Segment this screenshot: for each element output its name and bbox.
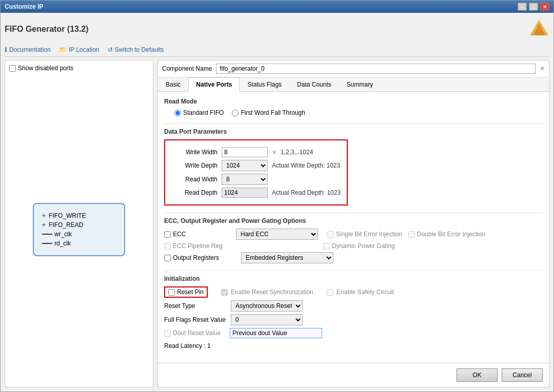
write-width-input[interactable] xyxy=(222,147,268,157)
switch-defaults-label: Switch to Defaults xyxy=(115,46,164,53)
dynamic-power-checkbox[interactable] xyxy=(323,243,330,250)
minimize-button[interactable]: – xyxy=(518,3,527,11)
divider-1 xyxy=(164,123,543,124)
data-port-box: Write Width ✕ 1,2,3,..1024 Write Depth 1… xyxy=(164,139,348,205)
tab-status-flags[interactable]: Status Flags xyxy=(240,77,289,92)
title-bar: Customize IP – □ ✕ xyxy=(1,1,553,13)
tab-content: Read Mode Standard FIFO First Word Fall … xyxy=(158,92,549,363)
init-row-1: Reset Pin Enable Reset Synchronization E… xyxy=(164,286,543,298)
embedded-registers-select[interactable]: Embedded Registers xyxy=(241,252,333,263)
double-bit-option: Double Bit Error Injection xyxy=(408,231,485,238)
read-depth-row: Read Depth Actual Read Depth: 1023 xyxy=(171,188,341,198)
single-bit-checkbox[interactable] xyxy=(327,231,334,238)
maximize-button[interactable]: □ xyxy=(529,3,538,11)
component-name-bar: Component Name ✕ xyxy=(158,60,549,77)
enable-reset-sync-wrapper: Enable Reset Synchronization xyxy=(221,288,313,296)
wr-clk-dash xyxy=(42,234,52,235)
ecc-pipeline-reg-label: ECC Pipeline Reg xyxy=(173,242,223,250)
divider-2 xyxy=(164,213,543,213)
tab-summary[interactable]: Summary xyxy=(339,77,381,92)
app-header: FIFO Generator (13.2) xyxy=(5,17,549,42)
read-width-label: Read Width xyxy=(171,176,217,183)
ecc-row-2: ECC Pipeline Reg Dynamic Power Gating xyxy=(164,242,543,250)
switch-defaults-button[interactable]: ↺ Switch to Defaults xyxy=(108,46,164,53)
output-registers-wrapper: Output Registers xyxy=(164,254,231,261)
tab-basic[interactable]: Basic xyxy=(158,77,188,92)
component-name-input[interactable] xyxy=(216,64,536,74)
ecc-right-options: Single Bit Error Injection Double Bit Er… xyxy=(327,231,485,238)
dout-reset-wrapper: Dout Reset Value xyxy=(164,329,221,337)
main-window: Customize IP – □ ✕ FIFO Generator (13.2)… xyxy=(0,0,554,392)
ecc-checkbox[interactable] xyxy=(164,231,171,238)
ip-location-button[interactable]: 📁 IP Location xyxy=(59,46,100,53)
ecc-row-1: ECC Hard ECC Single Bit Error Injection xyxy=(164,229,543,240)
enable-safety-wrapper: Enable Safety Circuit xyxy=(327,288,394,296)
write-depth-hint: Actual Write Depth: 1023 xyxy=(272,162,340,169)
standard-fifo-radio[interactable] xyxy=(174,110,181,116)
enable-safety-label: Enable Safety Circuit xyxy=(337,288,394,296)
ecc-pipeline-reg-wrapper: ECC Pipeline Reg xyxy=(164,242,231,250)
title-controls: – □ ✕ xyxy=(518,3,549,11)
init-row-2: Reset Type Asynchronous Reset xyxy=(164,300,543,312)
read-mode-section: Read Mode Standard FIFO First Word Fall … xyxy=(164,98,543,116)
init-section: Initialization Reset Pin Enable Reset Sy… xyxy=(164,275,543,349)
wr-clk-port: wr_clk xyxy=(42,231,116,238)
ok-button[interactable]: OK xyxy=(457,368,498,382)
left-panel: Show disabled ports + FIFO_WRITE + FIFO_… xyxy=(5,60,153,387)
enable-reset-sync-label: Enable Reset Synchronization xyxy=(231,288,313,296)
show-disabled-checkbox[interactable] xyxy=(9,65,16,72)
fifo-write-label: FIFO_WRITE xyxy=(49,212,86,219)
tab-native-ports[interactable]: Native Ports xyxy=(188,77,240,92)
init-row-3: Full Flags Reset Value 0 xyxy=(164,314,543,325)
dynamic-power-option: Dynamic Power Gating xyxy=(323,242,395,250)
output-registers-label: Output Registers xyxy=(173,254,219,261)
first-word-label: First Word Fall Through xyxy=(241,109,305,116)
single-bit-option: Single Bit Error Injection xyxy=(327,231,402,238)
close-button[interactable]: ✕ xyxy=(540,3,549,11)
reset-pin-checkbox[interactable] xyxy=(168,289,175,296)
ecc-label: ECC xyxy=(173,231,186,238)
plus-icon-read: + xyxy=(42,221,46,229)
ecc-pipeline-reg-checkbox[interactable] xyxy=(164,243,171,250)
cancel-button[interactable]: Cancel xyxy=(502,368,543,382)
dynamic-power-label: Dynamic Power Gating xyxy=(332,242,395,250)
reset-type-select[interactable]: Asynchronous Reset xyxy=(231,300,303,312)
double-bit-label: Double Bit Error Injection xyxy=(417,231,485,238)
write-depth-select[interactable]: 1024 xyxy=(222,160,268,171)
documentation-button[interactable]: ℹ Documentation xyxy=(5,46,51,53)
content-area: FIFO Generator (13.2) ℹ Documentation 📁 … xyxy=(1,13,553,391)
output-registers-checkbox[interactable] xyxy=(164,255,171,261)
enable-safety-checkbox[interactable] xyxy=(327,289,333,296)
read-depth-hint: Actual Read Depth: 1023 xyxy=(272,189,341,196)
rd-clk-label: rd_clk xyxy=(54,240,71,247)
full-flags-label: Full Flags Reset Value xyxy=(164,316,226,323)
tab-data-counts[interactable]: Data Counts xyxy=(289,77,339,92)
rd-clk-dash xyxy=(42,243,52,244)
reset-pin-label: Reset Pin xyxy=(177,288,204,296)
ecc-title: ECC, Output Register and Power Gating Op… xyxy=(164,217,543,224)
show-disabled-row: Show disabled ports xyxy=(9,65,149,72)
clear-button[interactable]: ✕ xyxy=(540,65,545,72)
first-word-radio[interactable] xyxy=(232,110,239,116)
app-logo xyxy=(529,19,549,39)
ecc-row-3: Output Registers Embedded Registers xyxy=(164,252,543,263)
dout-reset-input[interactable] xyxy=(230,328,322,338)
dout-reset-checkbox[interactable] xyxy=(164,330,171,337)
clear-write-width[interactable]: ✕ xyxy=(272,149,276,156)
refresh-icon: ↺ xyxy=(108,46,113,53)
read-depth-input[interactable] xyxy=(222,188,268,198)
read-width-select[interactable]: 8 xyxy=(222,174,268,185)
ecc-section: ECC, Output Register and Power Gating Op… xyxy=(164,217,543,263)
fifo-write-port: + FIFO_WRITE xyxy=(42,212,116,219)
full-flags-select[interactable]: 0 xyxy=(231,314,303,325)
double-bit-checkbox[interactable] xyxy=(408,231,415,238)
diagram-area: + FIFO_WRITE + FIFO_READ wr_clk xyxy=(9,76,149,383)
init-row-4: Dout Reset Value xyxy=(164,328,543,338)
folder-icon: 📁 xyxy=(59,46,67,53)
enable-reset-sync-checkbox[interactable] xyxy=(221,289,228,296)
show-disabled-label: Show disabled ports xyxy=(18,65,73,72)
read-depth-label: Read Depth xyxy=(171,189,217,196)
divider-3 xyxy=(164,271,543,271)
hard-ecc-select[interactable]: Hard ECC xyxy=(236,229,318,240)
write-width-row: Write Width ✕ 1,2,3,..1024 xyxy=(171,147,341,157)
